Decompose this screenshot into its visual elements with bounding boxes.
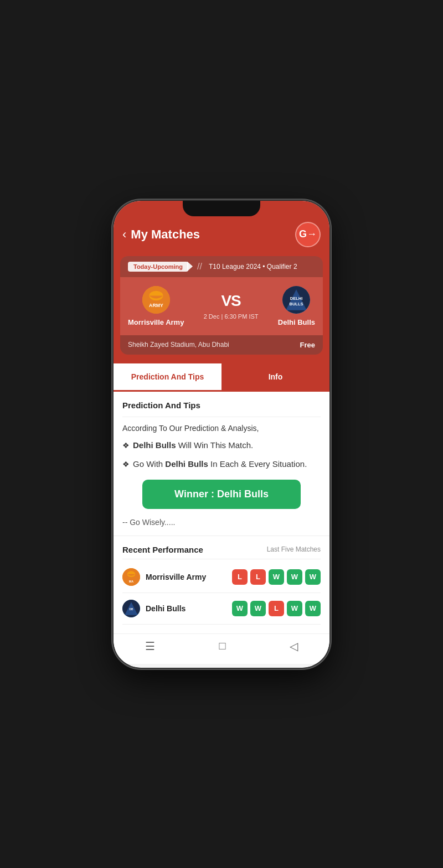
card-footer: Sheikh Zayed Stadium, Abu Dhabi Free (120, 335, 323, 355)
result-badge: L (269, 601, 284, 616)
svg-text:ARMY: ARMY (149, 302, 163, 308)
app-content: ‹ My Matches G→ Today-Upcoming // T10 Le… (114, 201, 329, 668)
svg-text:DELHI: DELHI (290, 296, 303, 301)
stadium-label: Sheikh Zayed Stadium, Abu Dhabi (128, 341, 229, 349)
result-badge: W (232, 601, 248, 616)
perf-team1-name: Morrisville Army (146, 573, 206, 581)
prediction-title: Prediction And Tips (122, 401, 321, 410)
prediction-point2: ❖ Go With Delhi Bulls In Each & Every Si… (122, 458, 321, 471)
svg-text:DB: DB (130, 608, 133, 611)
match-time: 2 Dec | 6:30 PM IST (204, 313, 259, 320)
prediction-point1-text: Delhi Bulls Will Win This Match. (133, 439, 253, 452)
page-title: My Matches (131, 227, 200, 242)
match-card: Today-Upcoming // T10 League 2024 • Qual… (114, 256, 329, 363)
result-badge: W (250, 601, 266, 616)
result-badge: L (232, 569, 248, 585)
prediction-section: Prediction And Tips According To Our Pre… (114, 392, 329, 536)
league-label: T10 League 2024 • Qualifier 2 (209, 263, 297, 271)
perf-title: Recent Performance (122, 545, 203, 554)
perf-team2-info: DB Delhi Bulls (122, 600, 186, 617)
divider: // (197, 262, 202, 272)
perf-header: Recent Performance Last Five Matches (122, 545, 321, 554)
top-navigation: ‹ My Matches G→ (114, 217, 329, 256)
tab-bar: Prediction And Tips Info (114, 363, 329, 392)
free-badge: Free (300, 341, 315, 349)
perf-row-team2: DB Delhi Bulls W W L W W (122, 593, 321, 625)
result-badge: W (305, 601, 321, 616)
result-badge: W (269, 569, 284, 585)
perf-team2-logo: DB (122, 600, 140, 617)
team2-logo: DELHI BULLS (282, 286, 310, 314)
vs-label: VS (221, 292, 240, 310)
back-icon[interactable]: ◁ (290, 640, 298, 653)
result-badge: L (250, 569, 266, 585)
home-icon[interactable]: □ (219, 640, 225, 652)
team2: DELHI BULLS Delhi Bulls (278, 286, 315, 326)
tab-prediction[interactable]: Prediction And Tips (114, 363, 222, 392)
prediction-point1: ❖ Delhi Bulls Will Win This Match. (122, 439, 321, 452)
perf-team2-name: Delhi Bulls (146, 604, 186, 613)
bottom-nav: ☰ □ ◁ (114, 633, 329, 664)
content-area: Prediction And Tips According To Our Pre… (114, 392, 329, 633)
winner-button[interactable]: Winner : Delhi Bulls (142, 480, 301, 509)
prediction-intro: According To Our Prediction & Analysis, (122, 424, 321, 433)
vs-section: VS 2 Dec | 6:30 PM IST (204, 292, 259, 320)
svg-text:MA: MA (129, 579, 133, 583)
result-badge: W (287, 569, 302, 585)
tab-info[interactable]: Info (222, 363, 329, 392)
perf-team1-logo: MA (122, 568, 140, 586)
diamond-icon2: ❖ (122, 459, 130, 470)
point2-prefix: Go With (133, 459, 165, 469)
team-bold2: Delhi Bulls (165, 459, 208, 469)
result-badge: W (305, 569, 321, 585)
point1-suffix: Will Win This Match. (178, 440, 254, 450)
perf-team1-info: MA Morrisville Army (122, 568, 206, 586)
team-bold1: Delhi Bulls (133, 440, 176, 450)
team2-name: Delhi Bulls (278, 318, 315, 326)
nav-left: ‹ My Matches (122, 227, 200, 242)
perf-row-team1: MA Morrisville Army L L W W W (122, 562, 321, 593)
team1-logo: ARMY (142, 286, 170, 314)
card-inner: Today-Upcoming // T10 League 2024 • Qual… (120, 256, 323, 355)
back-arrow-icon[interactable]: ‹ (122, 227, 126, 242)
team1-name: Morrisville Army (128, 318, 184, 326)
perf-team2-results: W W L W W (232, 601, 321, 616)
team1: ARMY Morrisville Army (128, 286, 184, 326)
phone-screen: ‹ My Matches G→ Today-Upcoming // T10 Le… (114, 201, 329, 668)
prediction-point2-text: Go With Delhi Bulls In Each & Every Situ… (133, 458, 307, 471)
match-teams: ARMY Morrisville Army VS 2 Dec | 6:30 PM… (120, 277, 323, 335)
app-logo[interactable]: G→ (295, 222, 321, 247)
recent-performance-section: Recent Performance Last Five Matches (114, 536, 329, 633)
footer-text: -- Go Wisely..... (122, 518, 321, 527)
diamond-icon1: ❖ (122, 440, 130, 451)
phone-frame: ‹ My Matches G→ Today-Upcoming // T10 Le… (114, 201, 329, 668)
result-badge: W (287, 601, 302, 616)
notch (183, 201, 260, 216)
card-header: Today-Upcoming // T10 League 2024 • Qual… (120, 256, 323, 277)
point2-suffix: In Each & Every Situation. (208, 459, 307, 469)
svg-text:BULLS: BULLS (290, 302, 303, 306)
perf-subtitle: Last Five Matches (267, 545, 321, 553)
menu-icon[interactable]: ☰ (145, 640, 155, 653)
perf-team1-results: L L W W W (232, 569, 321, 585)
status-badge: Today-Upcoming (128, 262, 188, 272)
